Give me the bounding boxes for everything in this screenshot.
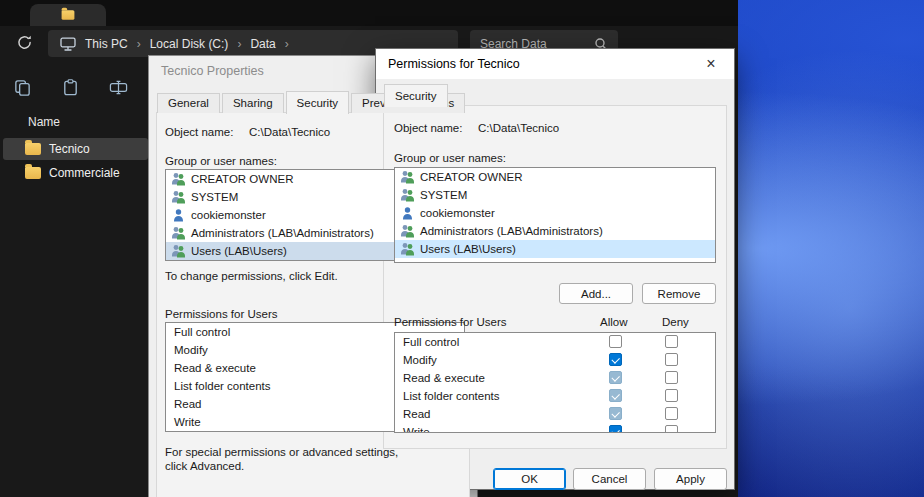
group-icon [171,244,186,258]
object-name-value: C:\Data\Tecnico [249,126,330,138]
object-name-value: C:\Data\Tecnico [478,122,559,134]
permission-row: Full control [395,333,715,351]
group-name: Administrators (LAB\Administrators) [420,225,603,237]
group-icon [171,190,186,204]
allow-checkbox[interactable] [609,335,622,348]
allow-checkbox [609,407,622,420]
group-name: CREATOR OWNER [191,173,293,185]
breadcrumb-item-local-disk[interactable]: Local Disk (C:) [150,37,229,51]
dialog-title: Tecnico Properties [161,64,264,78]
paste-button[interactable] [59,76,81,98]
group-icon [400,242,415,256]
ok-button[interactable]: OK [493,468,566,490]
group-list-item[interactable]: Administrators (LAB\Administrators) [395,222,715,240]
permission-name: Modify [174,344,208,356]
group-list-item[interactable]: SYSTEM [395,186,715,204]
breadcrumb-item-data[interactable]: Data [250,37,275,51]
folder-icon [25,167,41,179]
group-name: Users (LAB\Users) [191,245,287,257]
deny-checkbox[interactable] [665,371,678,384]
rename-icon [108,78,129,97]
desktop: This PC › Local Disk (C:) › Data › Searc… [0,0,924,497]
group-name: Users (LAB\Users) [420,243,516,255]
deny-checkbox[interactable] [665,389,678,402]
folder-label: Commerciale [49,166,120,180]
tab-sharing[interactable]: Sharing [222,93,284,113]
close-icon[interactable]: × [700,53,722,75]
apply-button[interactable]: Apply [654,468,727,490]
deny-checkbox[interactable] [665,335,678,348]
permission-name: Full control [174,326,230,338]
permission-row: Read [395,405,715,423]
group-name: CREATOR OWNER [420,171,522,183]
explorer-tab-strip [0,0,738,26]
permission-row: Read & execute [395,369,715,387]
dialog-title: Permissions for Tecnico [388,57,520,71]
advanced-hint-line2: click Advanced. [165,460,244,472]
folder-icon [62,10,75,20]
remove-button[interactable]: Remove [642,283,716,304]
chevron-right-icon[interactable]: › [285,37,289,51]
object-name-label: Object name: [165,126,233,138]
folder-icon [25,143,41,155]
allow-checkbox[interactable] [609,353,622,366]
permission-name: Read [403,408,431,420]
permission-name: Read & execute [174,362,256,374]
folder-item-tecnico[interactable]: Tecnico [3,138,148,160]
tab-general[interactable]: General [157,93,220,113]
edit-hint: To change permissions, click Edit. [165,270,338,282]
permission-row: Modify [395,351,715,369]
permissions-checkbox-list: Full control Modify Read & execute List … [394,332,716,433]
explorer-tab[interactable] [30,4,106,26]
permission-name: Modify [403,354,437,366]
allow-checkbox [609,371,622,384]
copy-button[interactable] [11,76,33,98]
permission-name: Read [174,398,202,410]
paste-icon [61,78,80,97]
group-icon [171,226,186,240]
group-list: CREATOR OWNER SYSTEM cookiemonster Admin… [394,167,716,263]
group-list-item[interactable]: cookiemonster [395,204,715,222]
permission-name: Full control [403,336,459,348]
name-column-header[interactable]: Name [28,115,60,129]
permissions-tabs: Security [384,84,450,107]
group-name: cookiemonster [420,207,495,219]
rename-button[interactable] [107,76,129,98]
group-name: SYSTEM [191,191,238,203]
permission-name: Read & execute [403,372,485,384]
refresh-button[interactable] [13,31,35,53]
group-list-item-selected[interactable]: Users (LAB\Users) [395,240,715,258]
permission-name: List folder contents [403,390,500,402]
folder-item-commerciale[interactable]: Commerciale [3,162,148,184]
breadcrumb-item-this-pc[interactable]: This PC [85,37,128,51]
allow-checkbox[interactable] [609,425,622,433]
permission-name: Write [403,426,430,433]
refresh-icon [16,34,33,51]
permissions-dialog-titlebar[interactable]: Permissions for Tecnico × [376,49,734,79]
user-icon [171,208,186,222]
deny-column-header: Deny [662,316,689,328]
group-name: cookiemonster [191,209,266,221]
cancel-button[interactable]: Cancel [573,468,646,490]
tab-security[interactable]: Security [384,84,448,107]
group-names-label: Group or user names: [394,152,506,164]
tab-security[interactable]: Security [286,91,350,114]
group-names-label: Group or user names: [165,155,277,167]
group-name: Administrators (LAB\Administrators) [191,227,374,239]
permission-name: List folder contents [174,380,271,392]
permission-row: List folder contents [395,387,715,405]
permission-name: Write [174,416,201,428]
group-icon [400,188,415,202]
permission-row: Write [395,423,715,433]
group-list-item[interactable]: CREATOR OWNER [395,168,715,186]
allow-column-header: Allow [600,316,627,328]
group-icon [171,172,186,186]
chevron-right-icon[interactable]: › [237,37,241,51]
deny-checkbox[interactable] [665,353,678,366]
deny-checkbox[interactable] [665,407,678,420]
chevron-right-icon[interactable]: › [137,37,141,51]
add-button[interactable]: Add... [559,283,633,304]
permissions-label: Permissions for Users [165,308,277,320]
permissions-for-label: Permissions for Users [394,316,506,328]
deny-checkbox[interactable] [665,425,678,433]
